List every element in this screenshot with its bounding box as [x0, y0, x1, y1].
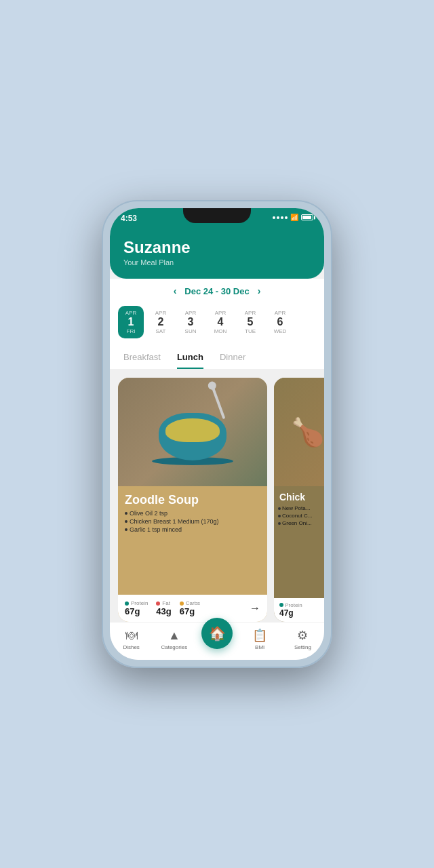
recipe-card-chicken[interactable]: 🍗 Chick New Pota... Coconut C... Green O… [274, 378, 324, 622]
recipe-arrow-icon[interactable]: → [250, 602, 260, 614]
calendar-day-6[interactable]: APR 6 WED [267, 306, 293, 338]
ingredient-1: Olive Oil 2 tsp [125, 510, 260, 517]
protein-dot-2 [279, 603, 283, 607]
date-range-label: Dec 24 - 30 Dec [184, 286, 249, 296]
phone-frame: 4:53 📶 Suzanne Your Meal Plan ‹ [102, 200, 332, 668]
home-icon: 🏠 [209, 625, 226, 642]
header: Suzanne Your Meal Plan [110, 233, 324, 279]
recipe-content: Zoodle Soup Olive Oil 2 tsp Chicken Brea… [110, 370, 324, 622]
bullet-icon [125, 528, 127, 531]
protein-dot [125, 601, 129, 606]
bmi-icon: 📋 [252, 628, 267, 643]
recipe-card-zoodle[interactable]: Zoodle Soup Olive Oil 2 tsp Chicken Brea… [118, 378, 267, 622]
recipe-ingredients-zoodle: Olive Oil 2 tsp Chicken Breast 1 Medium … [118, 510, 267, 595]
status-icons: 📶 [273, 212, 313, 221]
partial-ingredient-3: Green Oni... [278, 520, 324, 526]
bullet-icon [278, 522, 281, 525]
bottom-nav: 🍽 Dishes ▲ Categories 🏠 📋 BMI ⚙ Setting [110, 622, 324, 660]
nav-label-categories: Categories [161, 644, 187, 650]
nav-item-bmi[interactable]: 📋 BMI [239, 628, 281, 650]
dishes-icon: 🍽 [125, 629, 138, 643]
ingredient-2: Chicken Breast 1 Medium (170g) [125, 518, 260, 525]
nav-label-dishes: Dishes [123, 644, 139, 650]
status-time: 4:53 [121, 212, 137, 223]
battery-icon [301, 214, 313, 220]
next-date-button[interactable]: › [258, 285, 261, 296]
bullet-icon [278, 507, 281, 510]
prev-date-button[interactable]: ‹ [174, 285, 177, 296]
bullet-icon [125, 520, 127, 523]
meal-tabs: Breakfast Lunch Dinner [110, 347, 324, 370]
recipe-title-zoodle: Zoodle Soup [118, 486, 267, 510]
recipe-footer-zoodle: Protein 67g Fat 43g [118, 595, 267, 622]
partial-ingredient-1: New Pota... [278, 505, 324, 511]
categories-icon: ▲ [168, 629, 180, 643]
nav-item-categories[interactable]: ▲ Categories [153, 629, 195, 650]
wifi-icon: 📶 [290, 214, 298, 221]
calendar-day-3[interactable]: APR 3 SUN [178, 306, 203, 338]
partial-ingredient-2: Coconut C... [278, 513, 324, 519]
notch [183, 208, 251, 223]
nutrition-carbs: Carbs 67g [180, 600, 200, 616]
nav-item-home[interactable]: 🏠 [195, 630, 238, 649]
setting-icon: ⚙ [297, 628, 308, 643]
bullet-icon [278, 515, 281, 517]
nutrition-protein: Protein 67g [125, 600, 148, 616]
nav-item-dishes[interactable]: 🍽 Dishes [110, 629, 153, 650]
calendar-day-4[interactable]: APR 4 MON [208, 306, 233, 338]
home-button[interactable]: 🏠 [201, 618, 233, 649]
recipe-image-chicken: 🍗 [274, 378, 324, 486]
bullet-icon [125, 512, 127, 515]
recipe-ingredients-chicken: New Pota... Coconut C... Green Oni... [274, 505, 324, 532]
carbs-dot [180, 601, 184, 606]
calendar-strip: APR 1 FRI APR 2 SAT APR 3 SUN APR 4 MON … [110, 303, 324, 347]
signal-icon [273, 216, 288, 219]
nav-label-bmi: BMI [255, 644, 264, 650]
recipe-title-chicken: Chick [274, 486, 324, 505]
chicken-icon: 🍗 [291, 416, 324, 448]
nav-item-setting[interactable]: ⚙ Setting [281, 628, 324, 650]
tab-lunch[interactable]: Lunch [177, 352, 203, 369]
date-navigation: ‹ Dec 24 - 30 Dec › [110, 279, 324, 303]
tab-dinner[interactable]: Dinner [220, 352, 245, 369]
phone-screen: 4:53 📶 Suzanne Your Meal Plan ‹ [110, 208, 324, 660]
user-name: Suzanne [123, 238, 311, 257]
nutrition-fat: Fat 43g [156, 600, 171, 616]
calendar-day-1[interactable]: APR 1 FRI [118, 306, 144, 338]
ingredient-3: Garlic 1 tsp minced [125, 526, 260, 533]
calendar-day-5[interactable]: APR 5 TUE [237, 306, 263, 338]
header-subtitle: Your Meal Plan [123, 258, 311, 267]
calendar-day-2[interactable]: APR 2 SAT [148, 306, 174, 338]
nutrition-grid: Protein 67g Fat 43g [125, 600, 200, 616]
fat-dot [156, 601, 160, 606]
recipe-image-zoodle [118, 378, 267, 486]
nav-label-setting: Setting [294, 644, 311, 650]
tab-breakfast[interactable]: Breakfast [123, 352, 161, 369]
recipe-footer-chicken: Protein 47g [274, 598, 324, 622]
